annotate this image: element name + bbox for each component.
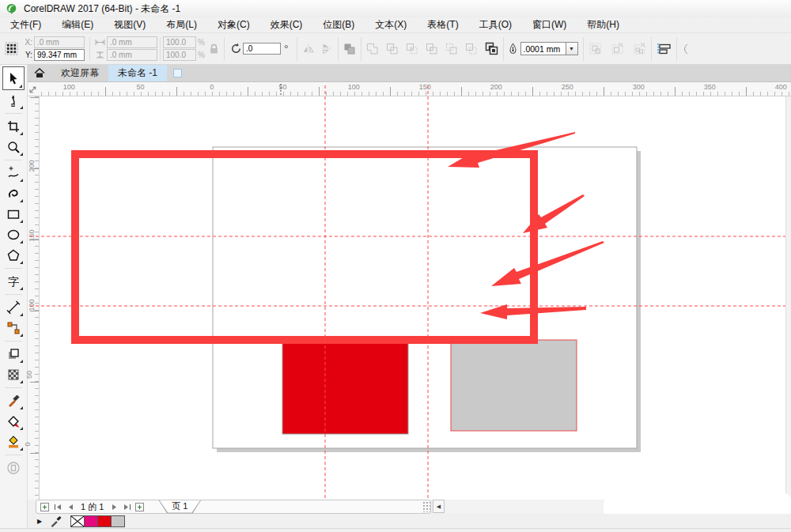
palette-eyedropper-icon[interactable] [50, 515, 62, 527]
transparency-tool[interactable] [2, 364, 25, 385]
vruler-label: 0 [24, 442, 32, 446]
interactive-fill-tool[interactable] [2, 411, 25, 432]
menu-item[interactable]: 视图(V) [104, 17, 156, 33]
rotation-icon [229, 42, 243, 55]
hruler-label: 300 [633, 83, 645, 91]
first-page-button[interactable] [52, 502, 62, 512]
previous-page-button[interactable] [65, 502, 75, 512]
add-page-start-button[interactable] [40, 502, 50, 512]
ellipse-tool[interactable] [2, 224, 25, 245]
graph-paper-icon[interactable] [5, 42, 18, 55]
mirror-horizontal-icon[interactable] [302, 43, 316, 55]
palette-flyout-arrow[interactable]: ▶ [37, 518, 42, 525]
y-position-label: Y: [23, 51, 32, 59]
menu-item[interactable]: 文本(X) [365, 17, 417, 33]
ruler-origin-icon[interactable] [28, 82, 40, 96]
add-page-end-button[interactable] [134, 502, 145, 512]
document-palette: ▶ [28, 514, 791, 528]
drawing-canvas[interactable] [40, 96, 785, 500]
outline-tool[interactable] [2, 458, 25, 478]
connector-tool[interactable] [2, 318, 25, 338]
outline-width-field[interactable]: .0001 mm [520, 42, 566, 55]
magenta-swatch[interactable] [84, 515, 98, 527]
toolbox: 字 [0, 65, 28, 528]
outline-pen-icon [509, 43, 517, 55]
last-page-button[interactable] [122, 502, 132, 512]
menu-item[interactable]: 帮助(H) [577, 17, 630, 33]
color-eyedropper-tool[interactable] [2, 391, 25, 411]
combine-icon[interactable] [485, 42, 498, 55]
freehand-tool[interactable] [2, 163, 25, 183]
menu-item[interactable]: 对象(C) [207, 17, 260, 33]
tab-untitled-1[interactable]: 未命名 -1 [108, 65, 167, 81]
splitter-grip[interactable] [422, 501, 430, 512]
hruler-label: 150 [419, 83, 431, 91]
smart-fill-tool[interactable] [2, 432, 25, 452]
vruler-label: 200 [28, 160, 36, 172]
remove-fill-icon[interactable] [611, 42, 624, 55]
bottom-bar: 1 的 1 页 1 ◀ [28, 500, 791, 514]
menu-item[interactable]: 布局(L) [156, 17, 207, 33]
gray-swatch[interactable] [111, 515, 125, 527]
lock-ratio-icon[interactable] [209, 43, 219, 55]
drop-shadow-tool[interactable] [2, 344, 25, 364]
mirror-vertical-icon[interactable] [320, 43, 333, 55]
vertical-scrollbar[interactable] [785, 96, 791, 500]
hruler-label: 250 [562, 83, 573, 91]
home-icon[interactable] [28, 65, 51, 81]
remove-outline-icon[interactable] [633, 42, 646, 55]
intersect-icon[interactable] [406, 43, 418, 55]
x-position-field[interactable]: .0 mm [34, 36, 85, 48]
crop-tool[interactable] [2, 116, 25, 137]
menu-item[interactable]: 文件(F) [0, 17, 51, 33]
x-position-label: X: [23, 38, 32, 47]
scroll-left-button[interactable]: ◀ [433, 500, 445, 513]
to-curve-icon[interactable] [589, 42, 602, 55]
simplify-icon[interactable] [426, 43, 438, 55]
trim-icon[interactable] [386, 43, 399, 55]
weld-icon[interactable] [366, 43, 379, 55]
page-tab[interactable]: 页 1 [158, 500, 201, 514]
page-navigator: 1 的 1 页 1 [36, 500, 431, 514]
options-partial-icon [682, 43, 688, 55]
vertical-ruler[interactable]: 200150100500 [28, 96, 40, 500]
scale-x-field[interactable]: 100.0 [163, 36, 196, 48]
hruler-label: 50 [278, 83, 286, 91]
tab-welcome-screen[interactable]: 欢迎屏幕 [51, 65, 108, 81]
red-swatch[interactable] [97, 515, 112, 527]
menu-bar: 文件(F)编辑(E)视图(V)布局(L)对象(C)效果(C)位图(B)文本(X)… [0, 17, 791, 33]
new-document-button[interactable] [173, 69, 182, 77]
rotation-angle-field[interactable]: .0 [243, 43, 281, 55]
object-height-icon [95, 51, 105, 58]
hruler-label: 200 [490, 83, 502, 91]
menu-item[interactable]: 窗口(W) [522, 17, 577, 33]
palette-swatches [71, 515, 125, 527]
group-objects-icon[interactable] [343, 43, 356, 55]
menu-item[interactable]: 工具(O) [469, 17, 522, 33]
object-width-field[interactable]: .0 mm [107, 36, 157, 48]
artistic-media-tool[interactable] [2, 183, 25, 204]
pick-tool[interactable] [2, 66, 25, 90]
scale-y-field[interactable]: 100.0 [163, 49, 196, 61]
object-height-field[interactable]: .0 mm [107, 49, 157, 61]
outline-width-dropdown-button[interactable]: ▼ [566, 42, 578, 55]
y-position-field[interactable]: 99.347 mm [34, 49, 85, 61]
text-tool[interactable]: 字 [2, 271, 25, 292]
degree-symbol: ° [284, 43, 289, 55]
front-minus-back-icon[interactable] [445, 43, 458, 55]
rectangle-tool[interactable] [2, 204, 25, 224]
hruler-label: 400 [775, 83, 787, 91]
shape-tool[interactable] [2, 90, 25, 111]
menu-item[interactable]: 表格(T) [417, 17, 468, 33]
no-color-swatch[interactable] [70, 515, 85, 527]
next-page-button[interactable] [109, 502, 119, 512]
polygon-tool[interactable] [2, 245, 25, 266]
menu-item[interactable]: 效果(C) [260, 17, 313, 33]
zoom-tool[interactable] [2, 137, 25, 157]
horizontal-ruler[interactable]: 10050050100150200250300350400 [40, 82, 791, 96]
back-minus-front-icon[interactable] [465, 43, 478, 55]
align-distribute-icon[interactable] [657, 43, 672, 55]
menu-item[interactable]: 位图(B) [312, 17, 365, 33]
menu-item[interactable]: 编辑(E) [51, 17, 104, 33]
dimension-tool[interactable] [2, 297, 25, 318]
